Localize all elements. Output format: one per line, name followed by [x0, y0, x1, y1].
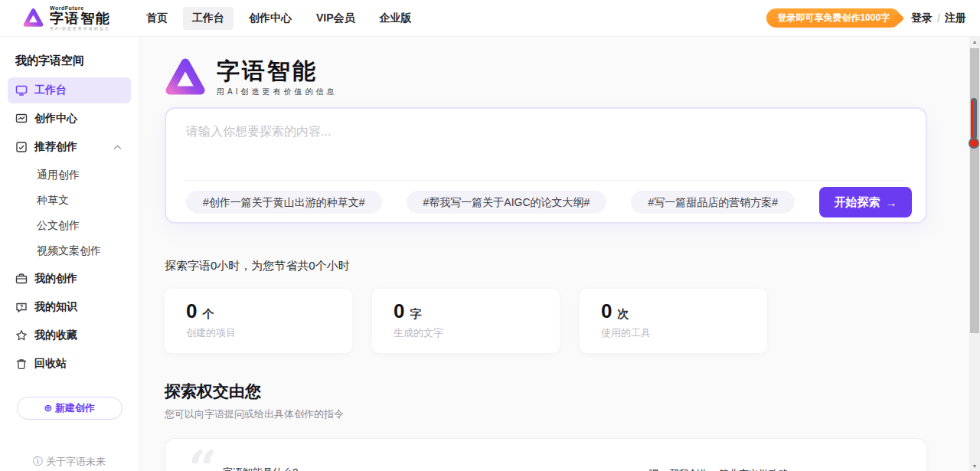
prompt-example-card: “ 字语智能是什么? 嘿，帮我创作一篇北京出游攻略	[165, 438, 927, 471]
start-explore-button[interactable]: 开始探索 →	[819, 187, 912, 218]
briefcase-icon	[15, 273, 28, 285]
star-icon	[15, 329, 28, 342]
sidebar-title: 我的字语空间	[15, 54, 139, 68]
stat-value: 0	[601, 301, 612, 321]
chevron-up-icon[interactable]	[113, 145, 122, 150]
stat-card-words: 0 字 生成的文字	[372, 289, 560, 353]
sidebar-item-label: 我的知识	[34, 300, 77, 314]
sidebar-item-label: 我的创作	[34, 272, 77, 286]
nav-item-home[interactable]: 首页	[137, 7, 177, 30]
quote-icon: “	[188, 443, 217, 471]
hero-header: 字语智能 用AI创造更有价值的信息	[165, 57, 980, 98]
thermometer-line	[971, 100, 973, 138]
sidebar-item-recycle-bin[interactable]: 回收站	[8, 351, 131, 377]
workbench-icon	[15, 84, 28, 96]
start-explore-label: 开始探索	[834, 195, 880, 210]
sidebar-subitem-official-doc[interactable]: 公文创作	[0, 213, 139, 238]
nav-item-creation-center[interactable]: 创作中心	[240, 7, 301, 30]
plus-circle-icon: ⊕	[44, 402, 52, 414]
thermometer-icon	[969, 98, 979, 149]
recommend-icon	[15, 141, 28, 153]
login-link[interactable]: 登录	[911, 11, 933, 25]
suggestion-chip-huangshan[interactable]: #创作一篇关于黄山出游的种草文#	[186, 191, 382, 214]
sidebar-subitem-video-copy[interactable]: 视频文案创作	[0, 238, 139, 263]
nav-menu: 首页 工作台 创作中心 VIP会员 企业版	[137, 7, 421, 30]
new-creation-label: 新建创作	[55, 402, 95, 414]
brand-name: 字语智能	[50, 11, 111, 25]
explore-section-subtitle: 您可以向字语提问或给出具体创作的指令	[165, 407, 980, 421]
brand-logo: WordFuture 字语智能 用AI创造更有价值的信息	[23, 5, 111, 31]
stat-label: 创建的项目	[186, 326, 352, 340]
stat-label: 使用的工具	[601, 326, 767, 340]
about-label: 关于字语未来	[46, 455, 106, 469]
scroll-down-icon[interactable]: ▼	[969, 463, 980, 469]
stat-label: 生成的文字	[394, 326, 560, 340]
search-input[interactable]	[186, 124, 906, 172]
stat-unit: 次	[617, 307, 629, 322]
suggestion-chips-row: #创作一篇关于黄山出游的种草文# #帮我写一篇关于AIGC的论文大纲# #写一篇…	[186, 187, 912, 218]
trash-icon	[15, 358, 28, 370]
thermometer-bulb	[969, 138, 979, 149]
scroll-up-icon[interactable]: ▲	[969, 39, 980, 44]
sidebar-item-my-creation[interactable]: 我的创作	[8, 266, 131, 292]
sidebar: 我的字语空间 工作台 创作中心 推荐创作	[0, 37, 139, 471]
stat-unit: 字	[410, 307, 421, 322]
sidebar-item-label: 推荐创作	[34, 140, 77, 154]
sidebar-subitem-seeding-article[interactable]: 种草文	[0, 188, 139, 213]
suggestion-chip-dessert[interactable]: #写一篇甜品店的营销方案#	[631, 191, 795, 214]
stat-card-projects: 0 个 创建的项目	[165, 289, 352, 353]
sidebar-item-label: 我的收藏	[34, 329, 77, 342]
sidebar-item-label: 创作中心	[34, 112, 77, 126]
stat-cards: 0 个 创建的项目 0 字 生成的文字 0 次 使用的工具	[165, 289, 980, 353]
brand-triangle-icon	[23, 8, 44, 28]
arrow-right-icon: →	[885, 196, 897, 209]
sidebar-item-workbench[interactable]: 工作台	[8, 77, 131, 103]
login-promo-badge[interactable]: 登录即可享免费创作1000字	[766, 8, 900, 28]
sidebar-item-recommend[interactable]: 推荐创作	[8, 134, 131, 160]
brand-super-label: WordFuture	[50, 5, 111, 11]
example-answer: 嘿，帮我创作一篇北京出游攻略	[649, 467, 789, 471]
explore-section-title: 探索权交由您	[165, 381, 980, 402]
stat-unit: 个	[202, 307, 214, 322]
question-bubble-icon	[15, 301, 28, 313]
example-question: 字语智能是什么?	[223, 466, 298, 471]
sidebar-item-label: 工作台	[34, 83, 67, 97]
main-content: 字语智能 用AI创造更有价值的信息 #创作一篇关于黄山出游的种草文# #帮我写一…	[139, 37, 980, 471]
nav-item-enterprise[interactable]: 企业版	[371, 7, 421, 30]
new-creation-button[interactable]: ⊕ 新建创作	[17, 397, 122, 420]
search-divider	[186, 180, 906, 181]
nav-item-workbench[interactable]: 工作台	[183, 7, 234, 30]
scrollbar-thumb[interactable]	[970, 48, 979, 333]
sidebar-item-my-knowledge[interactable]: 我的知识	[8, 294, 131, 320]
hero-subtitle: 用AI创造更有价值的信息	[217, 87, 337, 97]
hero-title: 字语智能	[217, 58, 337, 83]
stats-summary: 探索字语0小时，为您节省共0个小时	[165, 259, 980, 273]
register-link[interactable]: 注册	[945, 11, 966, 25]
stat-value: 0	[186, 301, 197, 321]
info-icon: ⓘ	[33, 455, 43, 469]
auth-links: 登录 / 注册	[911, 11, 966, 25]
stat-value: 0	[394, 301, 404, 321]
auth-separator: /	[937, 12, 940, 25]
brand-tagline: 用AI创造更有价值的信息	[50, 27, 111, 31]
hero-triangle-icon	[165, 57, 206, 98]
sidebar-item-creation-center[interactable]: 创作中心	[8, 106, 131, 132]
nav-right: 登录即可享免费创作1000字 登录 / 注册	[766, 8, 966, 28]
about-link[interactable]: ⓘ 关于字语未来	[0, 455, 139, 469]
explore-section: 探索权交由您 您可以向字语提问或给出具体创作的指令 “ 字语智能是什么? 嘿，帮…	[165, 381, 980, 471]
sidebar-subitem-general-creation[interactable]: 通用创作	[0, 162, 139, 188]
search-card: #创作一篇关于黄山出游的种草文# #帮我写一篇关于AIGC的论文大纲# #写一篇…	[165, 107, 927, 224]
top-navbar: WordFuture 字语智能 用AI创造更有价值的信息 首页 工作台 创作中心…	[0, 0, 980, 37]
creation-center-icon	[15, 113, 28, 125]
sidebar-item-my-favorites[interactable]: 我的收藏	[8, 322, 131, 348]
sidebar-item-label: 回收站	[34, 357, 67, 371]
suggestion-chip-aigc[interactable]: #帮我写一篇关于AIGC的论文大纲#	[407, 191, 607, 214]
nav-item-vip[interactable]: VIP会员	[307, 7, 364, 30]
stat-card-tools: 0 次 使用的工具	[580, 289, 767, 353]
